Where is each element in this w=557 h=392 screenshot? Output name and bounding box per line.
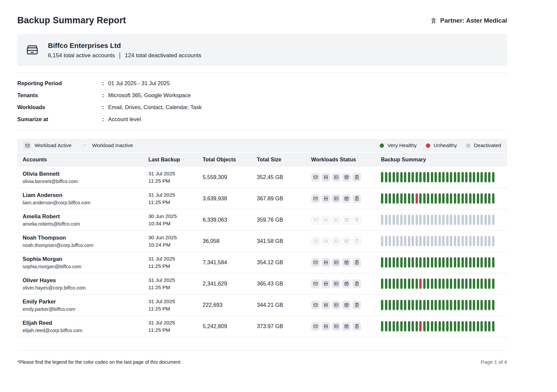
backup-summary-segment: [458, 279, 460, 289]
backup-summary-segment: [480, 193, 483, 204]
backup-summary-segment: [408, 257, 410, 268]
workloads-status-cell: [306, 216, 376, 224]
backup-summary-segment: [454, 172, 456, 182]
stat-divider: [119, 52, 120, 59]
backup-summary-segment: [442, 236, 445, 246]
backup-summary-segment: [431, 257, 433, 268]
backup-summary-segment: [404, 236, 406, 246]
meta-row-summarize-at: Sumarize at : Account level: [17, 113, 507, 125]
email-icon: [311, 258, 320, 267]
backup-summary-segment: [473, 215, 475, 225]
backup-summary-segment: [439, 215, 441, 225]
backup-summary-segment: [488, 257, 490, 268]
backup-summary-segment: [462, 215, 464, 225]
last-backup-time: 11:25 PM: [148, 178, 197, 184]
backup-summary-segment: [492, 279, 494, 289]
backup-summary-segment: [381, 257, 383, 268]
backup-summary-segment: [408, 193, 410, 204]
email-icon: [311, 216, 320, 224]
backup-summary-segment: [435, 172, 437, 182]
unhealthy-dot-icon: [426, 143, 430, 148]
backup-summary-segment: [458, 321, 460, 331]
account-name: Emily Parker: [23, 298, 143, 305]
backup-summary-segment: [412, 300, 414, 310]
backup-summary-segment: [427, 321, 429, 331]
backup-summary-segment: [435, 257, 437, 268]
last-backup-cell: 31 Jul 202511:25 PM: [143, 298, 197, 312]
backup-summary-segment: [408, 300, 410, 310]
backup-summary-segment: [492, 193, 494, 204]
deactivated-dot-icon: [466, 143, 470, 148]
company-summary-bar: Biffco Enterprises Ltd 6,154 total activ…: [17, 34, 507, 66]
backup-summary-bars: [376, 193, 507, 204]
backup-summary-segment: [477, 257, 479, 268]
last-backup-time: 11:25 PM: [148, 263, 197, 269]
backup-summary-segment: [396, 172, 399, 182]
table-header: Accounts Last Backup Total Objects Total…: [17, 153, 507, 167]
partner-label: Partner: Aster Medical: [440, 17, 507, 24]
backup-summary-bars: [376, 215, 507, 225]
table-row: Amelia Robertamelia.roberts@biffco.com30…: [17, 209, 507, 231]
backup-summary-segment: [400, 172, 403, 182]
company-name: Biffco Enterprises Ltd: [48, 42, 201, 50]
backup-summary-segment: [396, 321, 399, 331]
backup-summary-segment: [393, 172, 395, 182]
backup-summary-segment: [393, 300, 395, 310]
backup-summary-segment: [480, 321, 483, 331]
backup-summary-segment: [484, 193, 487, 204]
account-cell: Oliver Hayesoliver.hayes@corp.biffco.com: [17, 277, 143, 291]
workloads-status-cell: [306, 322, 376, 331]
backup-summary-segment: [435, 236, 437, 246]
account-email: amelia.roberts@biffco.com: [23, 221, 143, 227]
backup-summary-segment: [484, 300, 487, 310]
email-inactive-icon: [81, 141, 89, 149]
backup-summary-segment: [454, 193, 456, 204]
backup-summary-segment: [435, 215, 437, 225]
task-icon: [352, 258, 361, 267]
meta-row-tenants: Tenants : Microsoft 365, Google Workspac…: [17, 89, 507, 101]
backup-summary-segment: [454, 279, 456, 289]
backup-summary-segment: [439, 236, 441, 246]
last-backup-time: 11:25 PM: [148, 306, 197, 312]
backup-summary-segment: [419, 300, 422, 310]
backup-summary-segment: [400, 215, 403, 225]
report-page: Backup Summary Report Partner: Aster Med…: [17, 15, 507, 337]
backup-summary-segment: [469, 279, 471, 289]
backup-summary-segment: [419, 279, 422, 289]
last-backup-date: 31 Jul 2025: [148, 320, 197, 326]
backup-summary-segment: [381, 215, 383, 225]
backup-summary-segment: [381, 300, 383, 310]
backup-summary-segment: [484, 257, 487, 268]
account-name: Liam Anderson: [23, 192, 143, 198]
calendar-icon: [342, 301, 351, 309]
backup-summary-segment: [408, 236, 410, 246]
status-legend: Very Healthy Unhealthy Deactivated: [380, 142, 501, 148]
backup-summary-segment: [416, 321, 418, 331]
backup-summary-segment: [458, 300, 460, 310]
table-row: Olivia Bennettolivia.bennett@biffco.com3…: [17, 167, 507, 188]
backup-summary-segment: [446, 257, 449, 268]
backup-summary-segment: [469, 236, 471, 246]
contact-icon: [332, 301, 340, 309]
backup-summary-segment: [465, 172, 467, 182]
backup-summary-segment: [446, 193, 449, 204]
backup-summary-segment: [488, 193, 490, 204]
total-size-cell: 341.58 GB: [252, 238, 306, 244]
last-backup-cell: 31 Jul 202511:25 PM: [143, 277, 197, 291]
backup-summary-segment: [473, 257, 475, 268]
account-cell: Emily Parkeremily.parker@biffco.com: [17, 298, 143, 312]
backup-summary-segment: [393, 193, 395, 204]
backup-summary-segment: [412, 215, 414, 225]
backup-summary-segment: [473, 279, 475, 289]
backup-summary-segment: [484, 321, 487, 331]
meta-label: Reporting Period: [17, 80, 102, 87]
backup-summary-segment: [458, 257, 460, 268]
backup-summary-segment: [442, 172, 445, 182]
backup-summary-segment: [416, 236, 418, 246]
backup-summary-segment: [381, 172, 383, 182]
backup-summary-segment: [419, 236, 422, 246]
backup-summary-segment: [484, 172, 487, 182]
backup-summary-segment: [439, 257, 441, 268]
backup-summary-segment: [465, 321, 467, 331]
backup-summary-segment: [450, 215, 452, 225]
